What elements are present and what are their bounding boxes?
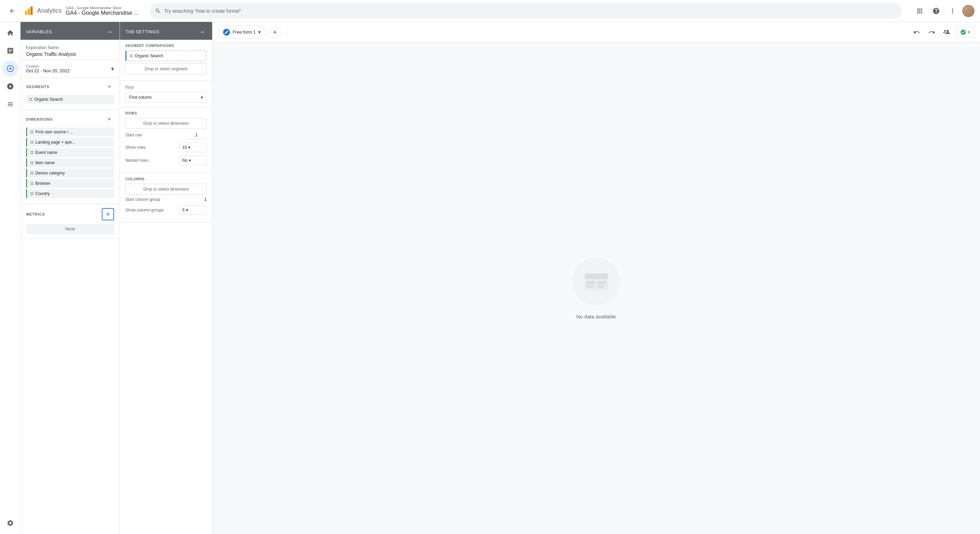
segment-comparisons-section: SEGMENT COMPARISONS Organic Search Drop … (120, 40, 212, 81)
tab-settings-panel: Tab Settings – SEGMENT COMPARISONS Organ… (120, 22, 212, 534)
drag-handle-icon (30, 182, 33, 185)
svg-rect-9 (586, 285, 593, 288)
back-button[interactable] (5, 4, 19, 18)
rows-section: ROWS Drop or select dimension Start row … (120, 107, 212, 173)
nested-rows-label: Nested rows (126, 158, 148, 163)
empty-state: No data available (212, 43, 980, 534)
tab-free-form-1[interactable]: Free form 1 ▾ (218, 26, 266, 39)
metrics-section: METRICS + None (21, 204, 119, 239)
nav-subtitle-main: GA4 - Google Merchandise ... (66, 10, 138, 16)
columns-title: COLUMNS (126, 177, 207, 181)
search-bar[interactable] (150, 3, 902, 19)
date-range-dropdown-arrow: ▾ (111, 65, 114, 73)
empty-state-text: No data available (576, 314, 616, 319)
save-button[interactable]: ▾ (956, 27, 975, 38)
tab-settings-minimize-button[interactable]: – (199, 27, 207, 36)
pivot-value: First column (129, 95, 151, 100)
metrics-header: METRICS + (26, 208, 114, 220)
show-column-groups-label: Show column groups (126, 208, 164, 212)
dimension-chip-country[interactable]: Country (26, 189, 114, 198)
dimension-chip-device-category[interactable]: Device category (26, 169, 114, 177)
sidebar-item-advertising[interactable] (2, 78, 19, 95)
dimension-chip-item-name[interactable]: Item name (26, 158, 114, 167)
no-data-illustration (581, 266, 612, 297)
app-logo: Analytics (23, 5, 62, 16)
content-toolbar: Free form 1 ▾ + ▾ (212, 22, 980, 43)
dimensions-add-button[interactable]: + (105, 115, 114, 124)
segments-header: SEGMENTS + (26, 82, 114, 91)
search-input[interactable] (164, 8, 896, 14)
drag-handle-icon (130, 54, 133, 57)
show-column-groups-dropdown[interactable]: 5 ▾ (179, 205, 207, 215)
dimension-chip-first-user-source[interactable]: First user source / ... (26, 128, 114, 136)
rows-title: ROWS (126, 112, 207, 115)
drag-handle-icon (30, 172, 33, 174)
share-button[interactable] (940, 26, 953, 38)
metrics-add-button[interactable]: + (102, 208, 114, 220)
apps-button[interactable] (913, 4, 926, 18)
drop-dimension-rows-zone[interactable]: Drop or select dimension (126, 118, 207, 129)
undo-button[interactable] (910, 26, 923, 38)
drag-handle-icon (30, 141, 33, 143)
show-rows-value: 10 (182, 145, 187, 150)
tab-dropdown-arrow[interactable]: ▾ (258, 29, 261, 35)
start-column-group-row: Start column group 1 (126, 197, 207, 202)
tab-label: Free form 1 (233, 29, 256, 35)
start-row-label: Start row (126, 132, 142, 137)
variables-panel-header: Variables – (21, 22, 119, 40)
main-content: Free form 1 ▾ + ▾ (212, 22, 980, 534)
drag-handle-icon (30, 192, 33, 195)
start-row-row: Start row (126, 131, 207, 139)
svg-rect-7 (597, 279, 608, 290)
dimension-chip-browser[interactable]: Browser (26, 179, 114, 188)
main-layout: Variables – Exploration Name: Organic Tr… (0, 22, 980, 534)
dimension-label: Event name (35, 150, 57, 155)
redo-button[interactable] (926, 26, 938, 38)
metrics-none-label: None (26, 224, 114, 234)
date-range-block: Custom Oct 22 - Nov 20, 2022 ▾ (21, 60, 119, 78)
pivot-dropdown[interactable]: First column ▾ (126, 92, 207, 103)
dimensions-title: DIMENSIONS (26, 117, 53, 121)
start-row-input[interactable] (186, 131, 207, 139)
drag-handle-icon (29, 98, 32, 101)
nav-subtitle-top: GA4 - Google Merchandise Store (66, 6, 138, 10)
drop-dimension-columns-zone[interactable]: Drop or select dimension (126, 184, 207, 194)
segment-chip-organic-search[interactable]: Organic Search (26, 95, 114, 104)
sidebar-item-configure[interactable] (2, 96, 19, 112)
empty-state-icon (572, 257, 620, 305)
svg-rect-0 (25, 11, 27, 15)
tab-settings-panel-header: Tab Settings – (120, 22, 212, 40)
drop-segment-zone[interactable]: Drop or select segment (126, 64, 207, 74)
dimension-chip-landing-page[interactable]: Landing page + que... (26, 138, 114, 147)
tab-settings-title: Tab Settings (126, 29, 159, 34)
columns-section: COLUMNS Drop or select dimension Start c… (120, 173, 212, 223)
segment-comparison-organic-search[interactable]: Organic Search (126, 50, 207, 61)
svg-rect-2 (30, 6, 33, 15)
avatar[interactable] (962, 5, 975, 17)
sidebar-item-home[interactable] (2, 25, 19, 41)
show-rows-row: Show rows 10 ▾ (126, 143, 207, 152)
start-column-group-value: 1 (204, 197, 207, 202)
analytics-logo-icon (23, 5, 34, 16)
nested-rows-value: No (182, 158, 188, 163)
add-tab-button[interactable]: + (269, 26, 281, 38)
svg-rect-8 (586, 281, 595, 284)
segments-title: SEGMENTS (26, 84, 49, 89)
dimensions-section: DIMENSIONS + First user source / ... Lan… (21, 110, 119, 204)
dimension-chip-event-name[interactable]: Event name (26, 148, 114, 157)
show-rows-dropdown[interactable]: 10 ▾ (179, 143, 207, 152)
nav-actions (913, 4, 975, 18)
search-icon (155, 8, 161, 14)
segments-add-button[interactable]: + (105, 82, 114, 91)
nested-rows-dropdown[interactable]: No ▾ (179, 156, 207, 165)
sidebar-item-settings[interactable] (2, 515, 19, 531)
tab-icon (223, 29, 230, 36)
sidebar-item-explore[interactable] (2, 60, 19, 77)
variables-minimize-button[interactable]: – (106, 27, 114, 36)
date-range-selector[interactable]: Custom Oct 22 - Nov 20, 2022 ▾ (26, 64, 114, 73)
dimension-label: Item name (35, 160, 55, 165)
sidebar-item-reports[interactable] (2, 43, 19, 59)
help-button[interactable] (929, 4, 943, 18)
more-options-button[interactable] (946, 4, 959, 18)
exploration-name-value[interactable]: Organic Traffic Analysis (26, 51, 114, 57)
